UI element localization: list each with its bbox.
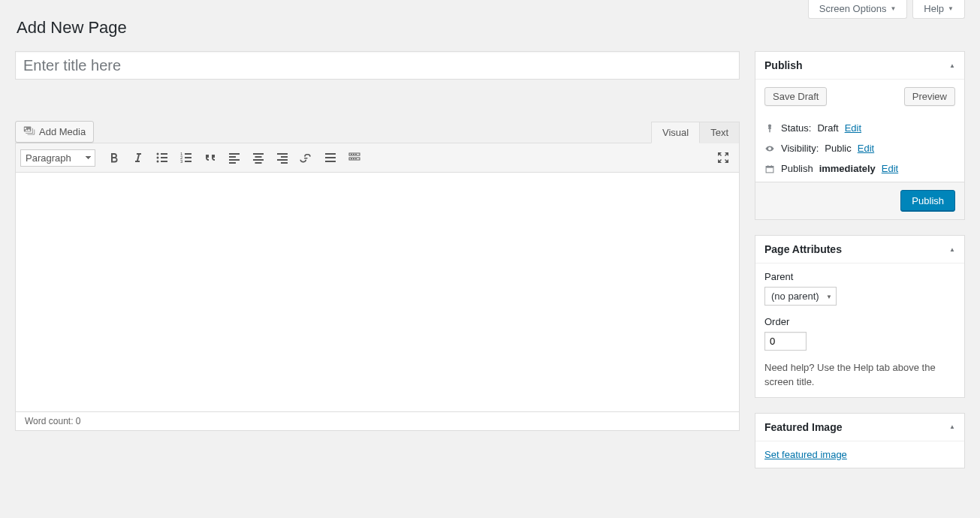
- visibility-value: Public: [825, 143, 851, 154]
- status-label: Status:: [781, 122, 811, 134]
- numbered-list-button[interactable]: 123: [175, 146, 198, 169]
- eye-icon: [764, 143, 775, 154]
- svg-rect-18: [253, 159, 264, 161]
- svg-rect-25: [325, 157, 336, 158]
- media-row: Add Media Visual Text: [15, 121, 740, 143]
- screen-options-button[interactable]: Screen Options ▼: [808, 0, 908, 19]
- editor-content[interactable]: [16, 173, 739, 411]
- schedule-label: Publish: [781, 163, 813, 174]
- svg-rect-15: [229, 162, 236, 164]
- svg-rect-29: [353, 154, 354, 155]
- toolbar-toggle-button[interactable]: [343, 146, 366, 169]
- svg-rect-3: [161, 157, 167, 158]
- featured-image-header[interactable]: Featured Image ▲: [755, 414, 964, 441]
- svg-rect-36: [766, 166, 773, 167]
- svg-point-2: [157, 157, 159, 159]
- order-input[interactable]: [764, 332, 807, 351]
- svg-rect-34: [355, 158, 357, 159]
- main-column: Add Media Visual Text Paragraph: [15, 44, 740, 468]
- featured-image-box: Featured Image ▲ Set featured image: [755, 413, 965, 468]
- screen-options-label: Screen Options: [819, 3, 887, 14]
- svg-rect-37: [767, 165, 768, 167]
- svg-rect-11: [185, 161, 191, 162]
- parent-label: Parent: [764, 271, 955, 282]
- add-media-button[interactable]: Add Media: [15, 121, 94, 143]
- page-attributes-header[interactable]: Page Attributes ▲: [755, 236, 964, 264]
- side-column: Publish ▲ Save Draft Preview Status: Dra…: [755, 44, 965, 468]
- calendar-icon: [764, 164, 775, 174]
- svg-rect-13: [229, 156, 236, 158]
- help-button[interactable]: Help ▼: [912, 0, 965, 19]
- word-count-value: 0: [76, 416, 81, 426]
- svg-rect-38: [771, 165, 772, 167]
- bold-button[interactable]: [103, 146, 125, 169]
- caret-down-icon: ▼: [948, 5, 954, 12]
- format-select[interactable]: Paragraph: [20, 149, 95, 167]
- svg-rect-26: [325, 161, 336, 162]
- publish-header[interactable]: Publish ▲: [755, 52, 964, 80]
- align-right-button[interactable]: [271, 146, 294, 169]
- caret-up-icon: ▲: [949, 62, 955, 69]
- pin-icon: [764, 123, 775, 134]
- svg-rect-21: [281, 156, 288, 158]
- svg-text:3: 3: [180, 159, 183, 164]
- italic-button[interactable]: [127, 146, 149, 169]
- svg-point-0: [157, 153, 159, 155]
- svg-rect-7: [185, 153, 191, 155]
- link-button[interactable]: [295, 146, 318, 169]
- word-count-label: Word count:: [25, 416, 73, 426]
- tab-text[interactable]: Text: [700, 122, 740, 143]
- svg-rect-24: [325, 153, 336, 155]
- order-label: Order: [764, 316, 955, 327]
- align-left-button[interactable]: [223, 146, 246, 169]
- parent-select[interactable]: (no parent): [764, 287, 837, 306]
- page-attributes-title: Page Attributes: [764, 243, 842, 255]
- svg-rect-22: [277, 159, 288, 161]
- svg-rect-5: [161, 161, 167, 162]
- align-center-button[interactable]: [247, 146, 270, 169]
- fullscreen-button[interactable]: [712, 146, 734, 169]
- status-value: Draft: [817, 122, 838, 134]
- caret-down-icon: ▼: [890, 5, 896, 12]
- svg-rect-16: [253, 153, 264, 155]
- status-edit-link[interactable]: Edit: [845, 122, 861, 134]
- publish-box: Publish ▲ Save Draft Preview Status: Dra…: [755, 51, 965, 220]
- help-label: Help: [924, 3, 944, 14]
- svg-rect-9: [185, 157, 191, 158]
- caret-up-icon: ▲: [949, 423, 955, 430]
- schedule-value: immediately: [819, 163, 876, 174]
- read-more-button[interactable]: [319, 146, 342, 169]
- svg-rect-19: [255, 162, 262, 164]
- svg-rect-17: [255, 156, 262, 158]
- svg-point-4: [157, 161, 159, 163]
- page-attributes-help: Need help? Use the Help tab above the sc…: [764, 361, 955, 390]
- blockquote-button[interactable]: [199, 146, 222, 169]
- svg-rect-20: [277, 153, 288, 155]
- title-input[interactable]: [15, 51, 740, 80]
- svg-rect-28: [351, 154, 352, 155]
- svg-rect-30: [355, 154, 357, 155]
- media-icon: [23, 125, 35, 139]
- editor-toolbar: Paragraph 123: [16, 143, 739, 173]
- publish-button[interactable]: Publish: [900, 190, 955, 212]
- bullet-list-button[interactable]: [151, 146, 173, 169]
- screen-meta: Screen Options ▼ Help ▼: [808, 0, 965, 19]
- svg-rect-32: [351, 158, 352, 159]
- svg-rect-12: [229, 153, 240, 155]
- add-media-label: Add Media: [39, 126, 86, 137]
- schedule-edit-link[interactable]: Edit: [882, 163, 898, 174]
- svg-rect-33: [353, 158, 354, 159]
- svg-rect-14: [229, 159, 240, 161]
- page-attributes-box: Page Attributes ▲ Parent (no parent) ▼ O…: [755, 235, 965, 398]
- visibility-edit-link[interactable]: Edit: [858, 143, 874, 154]
- editor-box: Paragraph 123: [15, 143, 740, 431]
- caret-up-icon: ▲: [949, 246, 955, 253]
- save-draft-button[interactable]: Save Draft: [764, 87, 827, 106]
- visibility-label: Visibility:: [781, 143, 819, 154]
- preview-button[interactable]: Preview: [904, 87, 955, 106]
- set-featured-image-link[interactable]: Set featured image: [764, 449, 847, 460]
- editor-tabs: Visual Text: [651, 121, 740, 143]
- publish-title: Publish: [764, 59, 803, 71]
- editor-footer: Word count: 0: [16, 411, 739, 430]
- tab-visual[interactable]: Visual: [651, 122, 700, 143]
